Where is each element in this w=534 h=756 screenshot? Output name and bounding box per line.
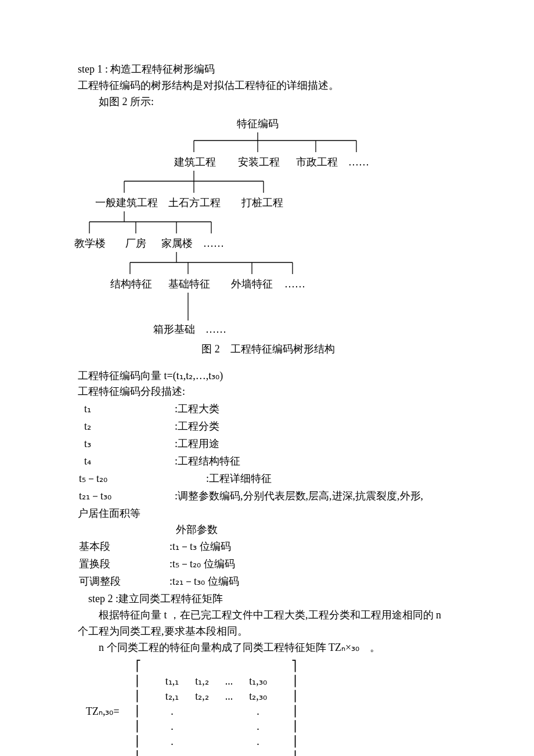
node-l3c: 家属楼: [161, 236, 193, 252]
step2-p2: n 个同类工程的特征向量构成了同类工程特征矩阵 TZₙ×₃₀ 。: [78, 640, 459, 656]
node-l3d: ……: [203, 236, 224, 252]
node-l2c: 打桩工程: [241, 195, 283, 211]
node-l4c: 外墙特征: [231, 276, 273, 293]
step1-title: step 1 : 构造工程特征树形编码: [78, 62, 459, 78]
outer-param-label: 外部参数: [78, 522, 459, 538]
node-l4b: 基础特征: [168, 276, 210, 293]
node-l4d: ……: [284, 276, 305, 293]
right-bracket: ⎤⎥⎥⎥⎥⎥⎦: [283, 658, 305, 756]
segment-heading: 工程特征编码分段描述:: [78, 384, 459, 400]
fig-intro: 如图 2 所示:: [78, 94, 459, 110]
node-l5b: ……: [205, 322, 226, 338]
tree-lines: [78, 114, 459, 340]
left-bracket: ⎡⎢⎢⎢⎢⎢⎣: [128, 658, 149, 756]
code-table: t₁:工程大类 t₂:工程分类 t₃:工程用途 t₄:工程结构特征 t₅－t₂₀…: [78, 400, 424, 505]
matrix: TZₙ,₃₀= ⎡⎢⎢⎢⎢⎢⎣ t₁,₁t₁,₂...t₁,₃₀ t₂,₁t₂,…: [78, 658, 459, 756]
step2-title: step 2 :建立同类工程特征矩阵: [78, 591, 459, 607]
node-l1c: 市政工程: [296, 154, 338, 171]
node-l2a: 一般建筑工程: [95, 195, 158, 211]
vector-line: 工程特征编码向量 t=(t₁,t₂,…,t₃₀): [78, 368, 459, 384]
node-l5a: 箱形基础: [153, 322, 195, 338]
node-l3b: 厂房: [125, 236, 146, 252]
node-l1d: ……: [348, 154, 369, 171]
node-l1b: 安装工程: [238, 154, 280, 171]
matrix-body: t₁,₁t₁,₂...t₁,₃₀ t₂,₁t₂,₂...t₂,₃₀ .. .. …: [157, 674, 275, 749]
node-l4a: 结构特征: [110, 276, 152, 293]
tree-diagram: 特征编码 建筑工程 安装工程 市政工程 …… 一般建筑工程 土石方工程 打桩工程…: [78, 114, 459, 340]
node-l3a: 教学楼: [74, 236, 106, 252]
codes-continuation: 户居住面积等: [78, 506, 459, 522]
node-root: 特征编码: [237, 116, 279, 132]
matrix-lhs: TZₙ,₃₀=: [78, 658, 128, 756]
figure-caption: 图 2 工程特征编码树形结构: [78, 341, 459, 358]
step2-p1a: 根据特征向量 t ，在已完工程文件中工程大类,工程分类和工程用途相同的 n: [78, 607, 459, 624]
step2-p1b: 个工程为同类工程,要求基本段相同。: [78, 624, 459, 640]
node-l2b: 土石方工程: [168, 195, 221, 211]
segment-table: 基本段:t₁－t₃ 位编码 置换段:t₅－t₂₀ 位编码 可调整段:t₂₁－t₃…: [78, 538, 240, 591]
step1-desc: 工程特征编码的树形结构是对拟估工程特征的详细描述。: [78, 78, 459, 94]
node-l1a: 建筑工程: [174, 154, 216, 171]
